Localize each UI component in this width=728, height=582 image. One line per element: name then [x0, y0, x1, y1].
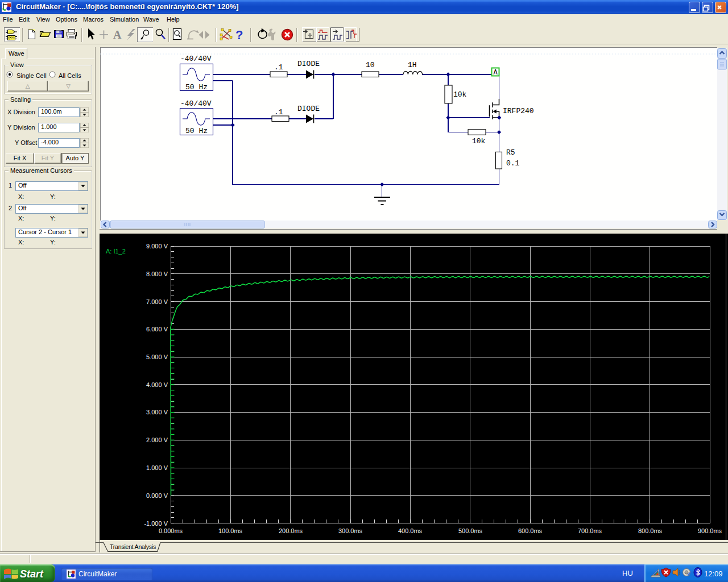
svg-text:DIODE: DIODE: [297, 105, 320, 113]
svg-text:700.0ms: 700.0ms: [578, 527, 602, 534]
svg-text:-1.000 V: -1.000 V: [144, 520, 168, 527]
svg-text:1.000 V: 1.000 V: [146, 464, 168, 471]
svg-text:0.000ms: 0.000ms: [159, 527, 183, 534]
svg-text:Transient Analysis: Transient Analysis: [110, 543, 156, 550]
svg-text:400.0ms: 400.0ms: [398, 527, 423, 534]
svg-text:1H: 1H: [408, 61, 417, 69]
svg-text:50 Hz: 50 Hz: [185, 127, 208, 135]
svg-text:0.1: 0.1: [506, 159, 520, 168]
svg-text:3.000 V: 3.000 V: [146, 409, 168, 415]
svg-text:A: I1_2: A: I1_2: [106, 248, 126, 255]
svg-text:800.0ms: 800.0ms: [638, 527, 663, 534]
svg-text:-40/40V: -40/40V: [180, 55, 212, 63]
svg-text:5.000 V: 5.000 V: [146, 354, 168, 360]
svg-text:A: A: [494, 69, 498, 77]
svg-text:2.000 V: 2.000 V: [146, 436, 168, 443]
svg-text:300.0ms: 300.0ms: [338, 527, 363, 534]
svg-text:500.0ms: 500.0ms: [458, 527, 483, 534]
svg-text:DIODE: DIODE: [297, 60, 320, 68]
svg-text:100.0ms: 100.0ms: [218, 527, 243, 534]
svg-text:10k: 10k: [472, 137, 486, 146]
svg-text:?: ?: [235, 28, 243, 42]
svg-text:8.000 V: 8.000 V: [146, 271, 168, 277]
svg-text:.1: .1: [274, 108, 283, 117]
svg-text:.1: .1: [274, 63, 283, 72]
svg-text:-40/40V: -40/40V: [180, 99, 212, 108]
svg-text:600.0ms: 600.0ms: [518, 527, 543, 534]
svg-text:IRFP240: IRFP240: [503, 107, 534, 115]
svg-text:900.0ms: 900.0ms: [698, 527, 722, 534]
svg-text:50 Hz: 50 Hz: [185, 83, 208, 92]
svg-text:6.000 V: 6.000 V: [146, 326, 168, 332]
svg-text:4.000 V: 4.000 V: [146, 381, 168, 388]
svg-text:7.000 V: 7.000 V: [146, 298, 168, 305]
svg-text:A: A: [113, 28, 122, 41]
svg-text:10k: 10k: [453, 90, 467, 99]
svg-text:200.0ms: 200.0ms: [279, 527, 303, 534]
svg-text:0.000 V: 0.000 V: [146, 492, 168, 499]
svg-text:9.000 V: 9.000 V: [146, 243, 168, 250]
svg-text:R5: R5: [506, 148, 515, 157]
svg-text:10: 10: [366, 61, 375, 69]
